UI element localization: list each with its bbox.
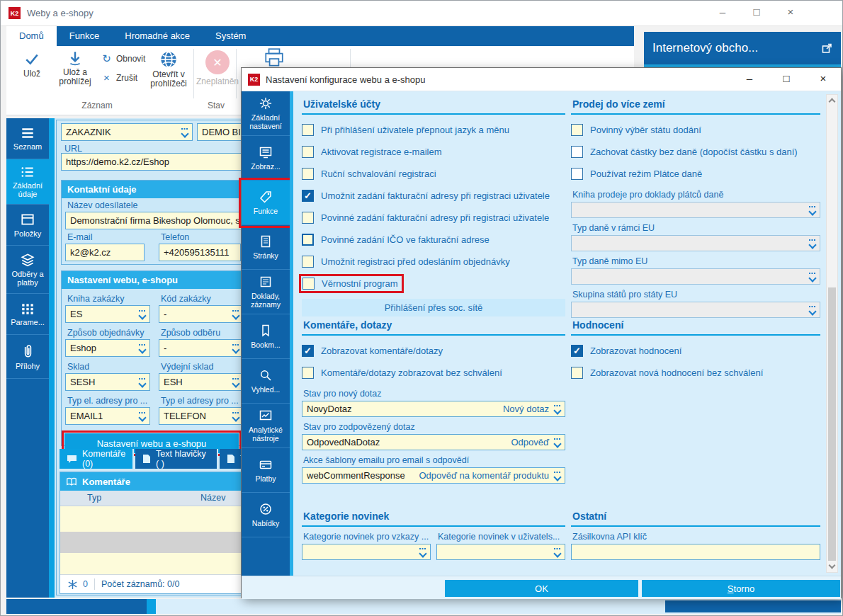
tab-hromadne-akce[interactable]: Hromadné akce <box>112 26 203 46</box>
snowflake-icon <box>67 579 78 590</box>
dialog-nav-nabidky[interactable]: Nabídky <box>242 493 290 537</box>
dropdown-icon[interactable] <box>231 309 240 319</box>
checkbox[interactable] <box>302 278 315 290</box>
dropdown-icon[interactable] <box>137 377 147 387</box>
checkbox-row: Zobrazovat komentáře/dotazy <box>302 340 565 362</box>
sidebar-item-seznam[interactable]: Seznam <box>6 118 49 159</box>
field-typ-dane-eu: Typ daně v rámci EU <box>571 223 820 251</box>
dropdown-icon[interactable] <box>137 309 147 319</box>
ribbon-tabbar: Domů Funkce Hromadné akce Systém <box>6 26 634 46</box>
minimize-button[interactable]: – <box>715 6 730 18</box>
cancel-button[interactable]: × Zrušit <box>101 72 137 84</box>
refresh-button[interactable]: ↻ Obnovit <box>101 52 145 65</box>
social-login-button[interactable]: Přihlášení přes soc. sítě <box>302 299 565 316</box>
dialog-scrollbar[interactable] <box>826 94 838 573</box>
checkbox-checked[interactable] <box>571 345 583 357</box>
sidebar-item-polozky[interactable]: Položky <box>6 205 49 246</box>
dropdown-icon[interactable] <box>553 471 562 480</box>
dialog-title: Nastavení konfigurace webu a e-shopu <box>266 74 425 85</box>
sidebar-item-prilohy[interactable]: Přílohy <box>6 335 49 379</box>
scroll-up-arrow[interactable] <box>827 96 837 105</box>
checkbox-checked[interactable] <box>302 345 314 357</box>
scrollbar-thumb[interactable] <box>828 287 836 561</box>
document-icon <box>142 454 151 464</box>
dialog-nav-bookmarky[interactable]: Bookm... <box>242 314 290 359</box>
checkbox[interactable] <box>302 168 314 180</box>
checkbox[interactable] <box>571 168 583 180</box>
maximize-button[interactable]: □ <box>749 6 764 18</box>
checkbox-focused[interactable] <box>302 234 314 246</box>
dropdown-icon[interactable] <box>231 411 240 421</box>
checkbox[interactable] <box>571 367 583 379</box>
field-kniha-prodeje: Kniha prodeje pro doklady plátců daně <box>571 190 820 218</box>
dropdown-icon[interactable] <box>231 343 240 353</box>
dialog-nav-analyticke-nastroje[interactable]: Analytické nástroje <box>242 404 290 448</box>
customer-combo[interactable]: ZAKAZNIK <box>61 123 193 141</box>
dropdown-icon[interactable] <box>137 343 147 353</box>
dropdown-icon[interactable] <box>553 438 562 447</box>
checkbox[interactable] <box>302 146 314 158</box>
checkbox-row: Zachovat částky bez daně (dopočíst částk… <box>571 141 820 163</box>
tab-komentare[interactable]: Komentáře (0) <box>60 449 134 469</box>
checkbox-checked[interactable] <box>302 190 314 202</box>
print-button[interactable] <box>253 47 295 69</box>
dropdown-icon[interactable] <box>137 411 147 421</box>
dialog-nav-zakladni-nastaveni[interactable]: Základní nastavení <box>242 91 290 136</box>
ok-button[interactable]: OK <box>445 580 638 597</box>
dropdown-icon[interactable] <box>808 272 817 281</box>
checkbox-row: Ruční schvalování registraci <box>302 163 565 185</box>
field-akce-sablony-emailu: Akce šablony emailu pro email s odpovědí… <box>302 455 565 484</box>
dropdown-icon[interactable] <box>231 377 240 387</box>
external-link-icon[interactable] <box>822 43 832 54</box>
chart-icon <box>259 409 273 423</box>
comments-panel-title: Komentáře <box>82 477 130 487</box>
close-button[interactable]: × <box>815 72 831 84</box>
tab-funkce[interactable]: Funkce <box>57 26 113 46</box>
save-button[interactable]: Ulož <box>12 52 52 79</box>
dialog-nav-vyhledavani[interactable]: Vyhled... <box>242 359 290 404</box>
sidebar-item-parametry[interactable]: Parame... <box>6 294 49 335</box>
section-title: Ostatní <box>571 508 820 527</box>
maximize-button[interactable]: □ <box>779 72 794 84</box>
dropdown-icon[interactable] <box>180 127 189 137</box>
tab-system[interactable]: Systém <box>203 26 259 46</box>
checkbox[interactable] <box>302 124 314 136</box>
checkbox[interactable] <box>302 212 314 224</box>
email-field[interactable]: k2@k2.cz <box>65 244 145 261</box>
minimize-button[interactable]: – <box>742 72 757 84</box>
dialog-nav-stranky[interactable]: Stránky <box>242 225 290 270</box>
dropdown-icon[interactable] <box>808 205 817 215</box>
scroll-down-arrow[interactable] <box>827 561 837 571</box>
checkbox[interactable] <box>302 256 314 268</box>
section-prodej-do-vice-zemi: Prodej do více zemí Povinný výběr státu … <box>571 96 820 318</box>
checkbox-row: Povinné zadání fakturační adresy při reg… <box>302 207 565 229</box>
checkbox[interactable] <box>571 124 583 136</box>
checkbox[interactable] <box>571 146 583 158</box>
checkbox-row-highlighted: Věrnostní program <box>302 273 565 295</box>
sidebar-item-odbery-a-platby[interactable]: Odběry a platby <box>6 246 49 294</box>
dropdown-icon[interactable] <box>553 404 562 413</box>
checkbox-row: Umožnit zadání fakturační adresy při reg… <box>302 185 565 207</box>
dropdown-icon[interactable] <box>553 547 562 557</box>
checkbox[interactable] <box>302 367 314 379</box>
dialog-content: Uživatelské účty Při přihlášení uživatel… <box>293 91 842 576</box>
tab-domu[interactable]: Domů <box>6 26 57 46</box>
dialog-nav-funkce[interactable]: Funkce <box>242 181 290 225</box>
dropdown-icon[interactable] <box>808 305 817 314</box>
phone-field[interactable]: +420595135111 <box>159 244 241 261</box>
storno-button[interactable]: Storno <box>642 580 840 597</box>
dialog-nav-doklady[interactable]: Doklady, záznamy <box>242 270 290 314</box>
dialog-nav-platby[interactable]: Platby <box>242 448 290 493</box>
tab-text-hlavicky[interactable]: Text hlavičky ( ) <box>135 449 218 469</box>
save-and-view-button[interactable]: Ulož a prohlížej <box>55 50 96 86</box>
dialog-nav-zobrazeni[interactable]: Zobraz... <box>242 136 290 181</box>
open-in-browser-button[interactable]: Otevřít v prohlížeči <box>147 50 191 89</box>
dropdown-icon[interactable] <box>418 547 427 557</box>
dropdown-icon[interactable] <box>808 239 817 248</box>
sidebar-item-zakladni-udaje[interactable]: Základní údaje <box>6 159 49 205</box>
checkbox-row: Používat režim Plátce daně <box>571 163 820 185</box>
close-button[interactable]: × <box>783 6 798 18</box>
field-typ-el-adresy-telefon: Typ el adresy pro ... TELEFON <box>159 396 244 425</box>
arrow-down-icon <box>67 50 83 66</box>
nav-accent-strip <box>49 118 55 598</box>
